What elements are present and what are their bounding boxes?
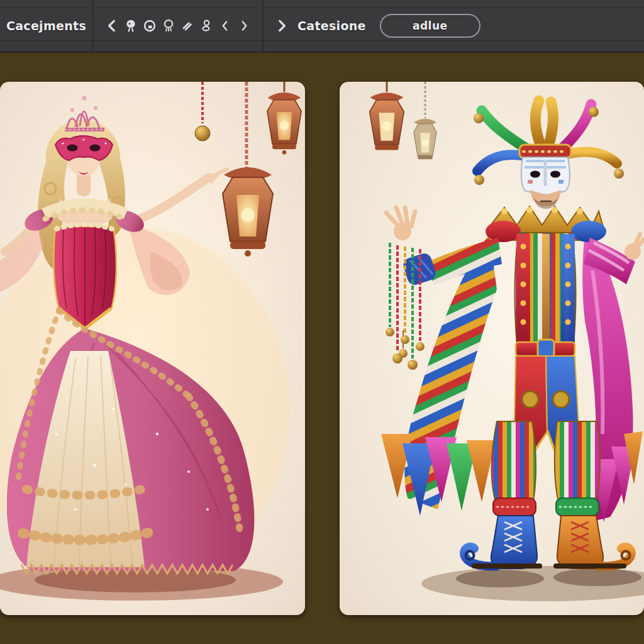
masquerade-image-card[interactable]	[0, 82, 305, 615]
belt	[516, 340, 575, 357]
toolbar-nav-label: Catesione	[297, 19, 366, 33]
venetian-mask	[521, 157, 570, 195]
link-icon[interactable]	[197, 16, 216, 35]
toolbar: Cacejments Catesione adlue	[0, 0, 644, 53]
double-slash-icon[interactable]	[178, 16, 197, 35]
toolbar-separator	[262, 0, 264, 52]
chevron-left-icon[interactable]	[103, 16, 121, 35]
masquerade-illustration	[0, 82, 305, 615]
toolbar-left-label: Cacejments	[6, 19, 86, 33]
masquerade-mask	[55, 136, 113, 160]
jester-illustration	[340, 82, 644, 615]
angle-left-icon[interactable]	[216, 16, 235, 35]
balloon-outline-icon[interactable]	[159, 16, 178, 35]
balloon-pin-icon[interactable]	[121, 16, 140, 35]
pill-button[interactable]: adlue	[380, 14, 480, 38]
toolbar-separator	[92, 0, 94, 52]
chevron-right-icon[interactable]	[272, 16, 291, 35]
angle-right-icon[interactable]	[235, 16, 253, 35]
circle-marker-icon[interactable]	[140, 16, 159, 35]
jester-image-card[interactable]	[340, 82, 644, 615]
torso-doublet	[514, 233, 575, 345]
